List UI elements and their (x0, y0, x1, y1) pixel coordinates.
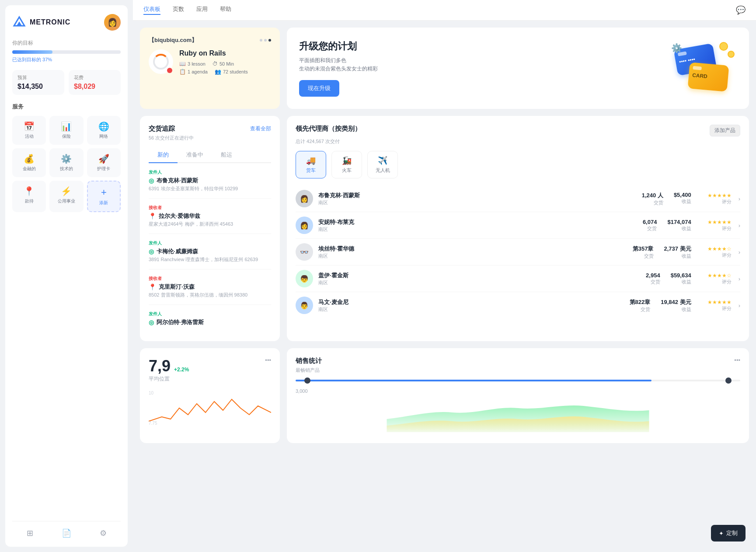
nav-pages[interactable]: 页数 (173, 5, 184, 15)
sales-label-3000: 3,000 (296, 388, 308, 394)
sales-subtitle: 最畅销产品 (296, 367, 740, 374)
sales-chart-svg (296, 397, 740, 432)
slider-thumb-left[interactable] (304, 377, 310, 384)
agent-row-3: 👦 盖伊·霍金斯 南区 2,954 交货 $59,634 收益 (296, 266, 740, 292)
drone-icon: ✈️ (378, 156, 387, 165)
agent-tab-train[interactable]: 🚂 火车 (331, 151, 362, 178)
nav-links: 仪表板 页数 应用 帮助 (143, 5, 231, 15)
gear-deco-icon: ⚙️ (671, 43, 682, 53)
customize-button[interactable]: ✦ 定制 (711, 525, 746, 542)
logo-mark: METRONIC (12, 15, 70, 29)
course-dots (260, 39, 271, 42)
upgrade-card: 升级您的计划 平面插图和我们多色 生动的未混合紫色头发女士的精彩 现在升级 (287, 28, 749, 109)
dot-1 (260, 39, 262, 42)
arrow-2[interactable]: › (739, 249, 740, 255)
service-finance[interactable]: 💰 金融的 (12, 148, 46, 177)
agent-transactions-0: 1,240 人 交货 (642, 192, 663, 206)
agent-avatar-2: 👓 (296, 243, 313, 261)
nav-right: 💬 (736, 5, 746, 15)
logo-icon (12, 15, 26, 29)
students-value: 72 students (223, 69, 248, 74)
add-product-button[interactable]: 添加产品 (710, 125, 740, 136)
nav-dashboard[interactable]: 仪表板 (143, 5, 160, 15)
delivery-entry-0: 发件人 ◎ 布鲁克林·西蒙斯 6391 埃尔全圣塞莱斯特，特拉华州 10299 (149, 169, 271, 199)
insurance-label: 保险 (62, 133, 71, 140)
avatar[interactable]: 👩 (104, 14, 121, 31)
agent-region-3: 南区 (318, 279, 641, 286)
service-hospitality[interactable]: 📍 款待 (12, 181, 46, 212)
service-tech[interactable]: ⚙️ 技术的 (49, 148, 83, 177)
sidebar-bottom: ⊞ 📄 ⚙ (12, 521, 121, 538)
goal-section: 你的目标 已达到目标的 37% (12, 39, 121, 63)
service-public[interactable]: ⚡ 公用事业 (49, 181, 83, 212)
agent-rating-0: ★★★★★ 评分 (697, 192, 732, 205)
nursecard-label: 护理卡 (97, 166, 110, 172)
agent-info-2: 埃丝特·霍华德 南区 (318, 245, 627, 259)
service-add[interactable]: + 添新 (87, 181, 121, 212)
budget-value: $14,350 (17, 83, 59, 91)
receiver-icon-1: 📍 (149, 213, 156, 220)
agent-avatar-4: 👨 (296, 297, 313, 314)
service-activities[interactable]: 📅 活动 (12, 116, 46, 145)
upgrade-title: 升级您的计划 (299, 40, 378, 53)
entry-role-1: 接收者 (149, 205, 271, 211)
agent-rating-3: ★★★★☆ 评分 (697, 273, 732, 285)
arrow-4[interactable]: › (739, 302, 740, 309)
delivery-entry-3: 接收者 📍 克里斯汀·沃森 8502 普雷斯顿路，英格尔伍德，缅因州 98380 (149, 276, 271, 305)
insurance-icon: 📊 (61, 121, 72, 132)
nav-apps[interactable]: 应用 (196, 5, 208, 15)
upgrade-visual: •••• •••• CARD ⚙️ (667, 42, 737, 94)
chat-icon[interactable]: 💬 (736, 5, 746, 15)
agent-row-4: 👨 马文·麦金尼 南区 第822章 交货 19,842 美元 收益 (296, 292, 740, 318)
upgrade-button[interactable]: 现在升级 (299, 80, 339, 97)
stars-1: ★★★★★ (697, 219, 732, 225)
budget-label: 预算 (17, 74, 59, 81)
meta-lessons: 📖 3 lesson (179, 61, 206, 67)
tab-preparing[interactable]: 准备中 (178, 147, 212, 163)
sales-more-icon[interactable]: ••• (734, 357, 740, 363)
layers-icon[interactable]: ⊞ (27, 528, 33, 538)
tech-label: 技术的 (60, 166, 73, 172)
tab-shipping[interactable]: 船运 (212, 147, 241, 163)
stats-more-icon[interactable]: ••• (265, 357, 271, 363)
customize-icon: ✦ (719, 530, 724, 537)
agenda-value: 1 agenda (188, 69, 208, 74)
duration-value: 50 Min (219, 61, 234, 66)
slider-fill (296, 380, 651, 381)
service-nursecard[interactable]: 🚀 护理卡 (87, 148, 121, 177)
service-insurance[interactable]: 📊 保险 (49, 116, 83, 145)
agent-transactions-4: 第822章 交货 (630, 298, 651, 313)
tab-new[interactable]: 新的 (149, 147, 178, 163)
arrow-1[interactable]: › (739, 222, 740, 229)
slider-thumb-right[interactable] (725, 377, 732, 384)
file-icon[interactable]: 📄 (62, 528, 71, 538)
agent-tab-truck[interactable]: 🚚 货车 (296, 151, 326, 178)
course-url-text: 【biqubiqu.com】 (149, 36, 197, 44)
entry-name-1: 📍 拉尔夫·爱德华兹 (149, 212, 271, 220)
sender-icon-0: ◎ (149, 177, 154, 184)
entry-addr-0: 6391 埃尔全圣塞莱斯特，特拉华州 10299 (149, 185, 271, 192)
sales-title: 销售统计 (296, 357, 322, 365)
finance-icon: 💰 (24, 154, 35, 164)
nav-help[interactable]: 帮助 (220, 5, 231, 15)
agents-header: 领先代理商（按类别） 添加产品 (296, 125, 740, 136)
delivery-link[interactable]: 查看全部 (250, 125, 271, 133)
sender-icon-4: ◎ (149, 319, 154, 326)
service-network[interactable]: 🌐 网络 (87, 116, 121, 145)
course-logo (149, 49, 173, 74)
expense-label: 花费 (74, 74, 115, 81)
arrow-0[interactable]: › (739, 196, 740, 202)
gear-icon[interactable]: ⚙ (100, 528, 107, 538)
agents-card: 领先代理商（按类别） 添加产品 总计 424,567 次交付 🚚 货车 🚂 火车… (287, 116, 749, 341)
activities-icon: 📅 (24, 121, 35, 132)
upgrade-desc: 平面插图和我们多色 生动的未混合紫色头发女士的精彩 (299, 56, 378, 73)
sales-slider (296, 380, 740, 381)
agent-tab-drone[interactable]: ✈️ 无人机 (367, 151, 398, 178)
agent-name-3: 盖伊·霍金斯 (318, 272, 641, 279)
arrow-3[interactable]: › (739, 276, 740, 282)
agent-info-1: 安妮特·布莱克 南区 (318, 218, 638, 233)
sales-chart-labels: 3,000 (296, 388, 740, 394)
service-grid: 📅 活动 📊 保险 🌐 网络 💰 金融的 ⚙️ 技术的 🚀 护理卡 📍 款待 ⚡ (12, 116, 121, 212)
sidebar-logo: METRONIC 👩 (12, 14, 121, 31)
services-title: 服务 (12, 103, 121, 111)
